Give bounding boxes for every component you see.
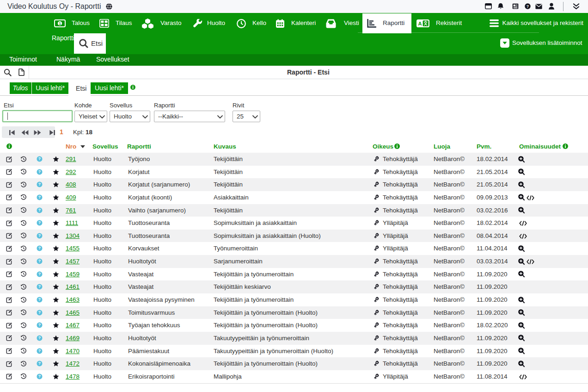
svg-text:A: A [418, 21, 422, 26]
svg-text:1: 1 [59, 21, 61, 26]
svg-text:?: ? [527, 4, 529, 9]
